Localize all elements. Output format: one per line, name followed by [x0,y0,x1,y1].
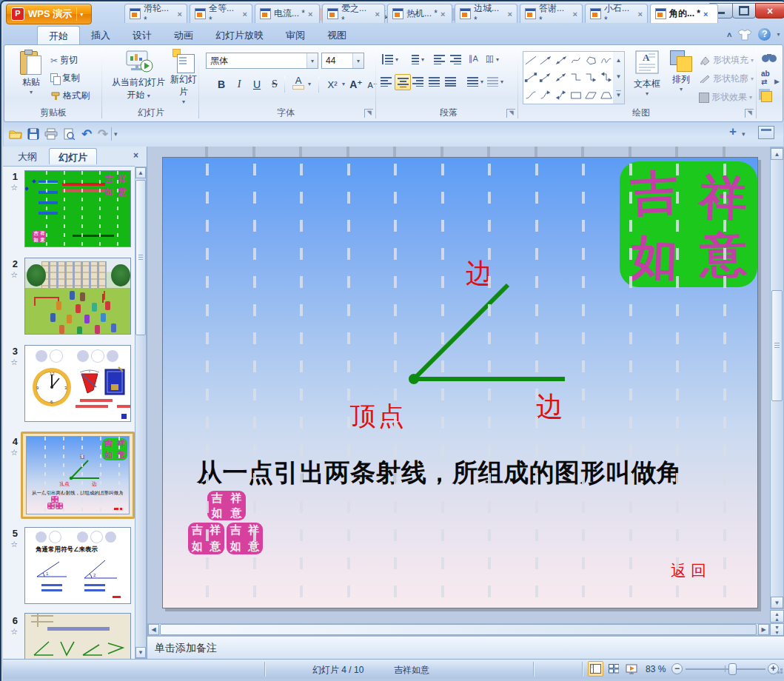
new-document-tab-button[interactable]: + [724,124,742,141]
curved-double-arrow-icon[interactable] [554,87,569,104]
curved-arrow-icon[interactable] [538,87,553,104]
increase-indent-button[interactable] [450,54,461,64]
tab-close-icon[interactable]: × [440,10,445,19]
tab-close-icon[interactable]: × [308,10,312,19]
decrease-indent-button[interactable] [434,54,445,64]
elbow-arrow-icon[interactable] [583,69,598,86]
gallery-up-icon[interactable]: ▲ [616,57,622,64]
quickbar-more-icon[interactable]: ▾ [114,130,118,138]
skin-shirt-icon[interactable] [737,29,752,41]
slide-caption-text[interactable]: 从一点引出两条射线，所组成的图形叫做角 [197,456,683,490]
slide-sorter-view-button[interactable] [606,661,621,677]
slide-2-thumbnail[interactable] [24,258,131,335]
grow-font-button[interactable]: A⁺ [348,76,364,93]
scrollbar-thumb[interactable] [135,180,146,335]
slideshow-view-button[interactable] [623,661,639,677]
shape-fill-button[interactable]: 形状填充▾ [699,54,754,67]
doc-tab-biancheng[interactable]: 边城... *× [455,4,517,23]
text-direction-button[interactable]: ∥A [469,54,478,64]
save-button[interactable] [25,126,41,142]
cut-button[interactable]: ✂剪切 [50,54,78,67]
drawing-dialog-launcher[interactable]: ◥ [745,109,754,118]
main-horizontal-scrollbar[interactable]: ◀ ▶ [147,623,770,636]
doc-tab-dianliu[interactable]: 电流... *× [255,4,320,23]
font-size-combo[interactable]: 44 ▾ [321,53,364,69]
paste-button[interactable]: 粘贴 ▾ [16,50,46,95]
connector-line-icon[interactable] [523,69,538,86]
underline-button[interactable]: U [249,76,265,93]
tab-review[interactable]: 审阅 [275,26,316,44]
doc-tab-xiaoshi[interactable]: 小石... *× [585,4,648,23]
slide-3-thumbnail[interactable]: 12369 [24,345,131,422]
shrink-font-button[interactable]: A⁻ [364,77,381,93]
slide-canvas[interactable]: 吉 祥 如 意 边 边 顶点 从一点引出两条射线，所组成的图形叫做角 吉祥如意 … [162,157,758,608]
open-button[interactable] [7,126,24,142]
previous-slide-button[interactable]: ▲▲ [770,610,784,623]
scroll-left-icon[interactable]: ◀ [148,624,159,635]
scroll-down-icon[interactable]: ▼ [135,647,146,658]
strikethrough-button[interactable]: S [267,76,283,93]
zoom-slider-thumb[interactable] [728,663,737,675]
close-button[interactable]: × [755,3,784,19]
help-caret-icon[interactable]: ▾ [777,31,780,38]
shape-trapezoid-icon[interactable] [599,87,614,104]
wps-app-menu-button[interactable]: P WPS 演示 ▾ [6,4,92,24]
shape-arrow-icon[interactable] [538,52,553,69]
scroll-up-icon[interactable]: ▲ [135,167,146,178]
doc-tab-aizhi[interactable]: 爱之... *× [322,4,385,23]
pink-seal-stamp[interactable]: 吉祥如意 [227,523,263,554]
shape-scribble-icon[interactable] [599,52,614,69]
shape-freeform-icon[interactable] [583,52,598,69]
bullets-button[interactable]: ▾ [382,54,398,64]
elbow-connector-icon[interactable] [569,69,583,86]
connector-arrow-icon[interactable] [538,69,553,86]
tab-close-icon[interactable]: × [573,10,577,19]
superscript-button[interactable]: X² [324,76,341,93]
tab-close-icon[interactable]: × [703,10,708,19]
justify-button[interactable] [429,76,440,87]
tab-animation[interactable]: 动画 [163,26,204,44]
doc-tab-jiaode-active[interactable]: 角的... *× [650,4,718,23]
elbow-double-arrow-icon[interactable] [599,69,614,86]
scrollbar-thumb[interactable] [160,624,757,635]
format-painter-button[interactable]: 格式刷 [50,90,90,102]
bold-button[interactable]: B [213,76,229,93]
pink-seal-stamp[interactable]: 吉祥如意 [207,491,246,520]
help-icon[interactable]: ? [758,28,771,41]
tab-close-icon[interactable]: × [638,10,643,19]
curved-connector-icon[interactable] [523,87,538,104]
resize-grip[interactable] [777,671,780,674]
doc-tab-quandeng[interactable]: 全等... *× [190,4,252,23]
scrollbar-thumb[interactable] [771,290,783,401]
shape-curve-icon[interactable] [569,52,583,69]
font-color-button[interactable]: A [290,75,306,91]
shape-effects-button[interactable]: 形状效果▾ [699,91,752,104]
shape-double-arrow-icon[interactable] [554,52,569,69]
scroll-up-icon[interactable]: ▲ [771,148,783,160]
side-label-right[interactable]: 边 [536,389,563,426]
font-color-caret-icon[interactable]: ▾ [308,81,311,87]
maximize-button[interactable] [732,3,756,19]
shape-outline-button[interactable]: 形状轮廓▾ [699,73,754,85]
print-preview-button[interactable] [61,126,77,142]
paragraph-spacing-button[interactable]: ▾ [487,76,503,87]
play-from-current-button[interactable]: 从当前幻灯片 开始 ▾ [107,50,170,101]
tab-view[interactable]: 视图 [316,26,358,44]
doc-tab-huolun[interactable]: 滑轮... *× [124,4,187,23]
tab-close-icon[interactable]: × [375,10,380,19]
normal-view-button[interactable] [588,661,603,677]
vertex-label[interactable]: 顶点 [350,399,406,434]
find-button[interactable] [761,51,777,67]
copy-button[interactable]: 复制 [50,72,80,84]
select-button[interactable] [761,91,772,102]
connector-double-arrow-icon[interactable] [554,69,569,86]
doc-tab-daxie[interactable]: 答谢... *× [520,4,583,23]
thumbnail-scrollbar[interactable]: ▲ ▼ [135,167,147,659]
slide-6-thumbnail[interactable]: (×) (√) (×) (×) [24,613,131,660]
tab-insert[interactable]: 插入 [80,26,121,44]
notes-pane[interactable]: 单击添加备注 [147,636,784,660]
font-dialog-launcher[interactable]: ◥ [364,109,373,118]
shape-line-icon[interactable] [523,52,538,69]
outline-tab[interactable]: 大纲 [9,148,46,164]
zoom-out-button[interactable]: − [671,663,683,674]
